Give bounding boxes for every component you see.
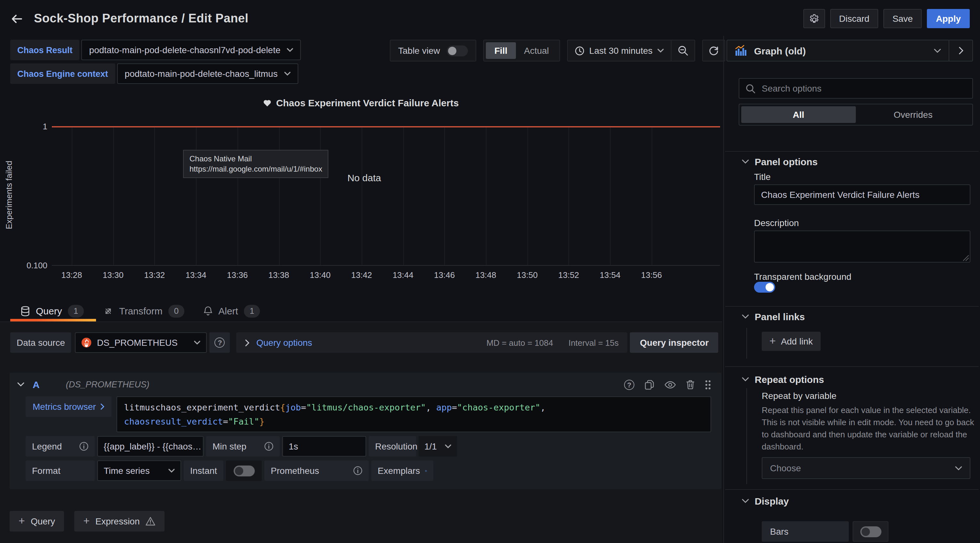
exemplars-label: Exemplars [378, 465, 420, 476]
bars-toggle-box[interactable] [853, 521, 888, 542]
variable-value-dropdown[interactable]: podtato-main-pod-delete-chaos_litmus [117, 64, 298, 84]
actual-option[interactable]: Actual [515, 42, 557, 59]
exemplars-chip[interactable]: Exemplars [371, 460, 433, 481]
query-options-bar[interactable]: Query options MD = auto = 1084 Interval … [237, 332, 628, 353]
transparent-background-switch[interactable] [754, 282, 775, 293]
apply-button[interactable]: Apply [927, 9, 970, 28]
expr-token: { [280, 402, 285, 412]
variable-value-dropdown[interactable]: podtato-main-pod-delete-chaosnl7vd-pod-d… [82, 40, 301, 60]
instant-toggle-box[interactable] [226, 460, 262, 481]
instant-switch[interactable] [233, 465, 255, 476]
variable-chaos-result: Chaos Result podtato-main-pod-delete-cha… [10, 40, 301, 60]
expr-token: = [452, 402, 457, 412]
metrics-browser-label: Metrics browser [33, 401, 96, 412]
add-expression-label: Expression [95, 516, 140, 526]
panel-title-display: Chaos Experiment Verdict Failure Alerts [0, 97, 722, 108]
panel-settings-button[interactable] [803, 9, 825, 28]
trash-icon[interactable] [686, 380, 695, 389]
info-icon [264, 442, 273, 451]
gridline [445, 126, 445, 265]
options-search[interactable] [739, 78, 973, 99]
query-help-icon[interactable]: ? [624, 379, 634, 390]
options-search-input[interactable] [760, 83, 966, 94]
tab-badge: 0 [169, 304, 185, 317]
query-inspector-button[interactable]: Query inspector [630, 332, 719, 353]
add-expression-button[interactable]: + Expression [74, 511, 164, 532]
query-options-link[interactable]: Query options [256, 338, 312, 348]
section-indent-line [746, 328, 747, 358]
gridline [237, 126, 238, 265]
tab-label: Transform [119, 306, 162, 316]
table-view-toggle[interactable]: Table view [390, 40, 477, 62]
tab-alert[interactable]: Alert 1 [204, 300, 260, 322]
panel-links-header[interactable]: Panel links [742, 311, 805, 322]
refresh-button[interactable] [703, 40, 725, 62]
repeat-variable-select[interactable]: Choose [762, 457, 970, 479]
tab-transform[interactable]: Transform 0 [103, 300, 185, 322]
repeat-variable-placeholder: Choose [770, 463, 801, 473]
options-filter-tabs: All Overrides [739, 104, 973, 126]
query-pane: Data source DS_PROMETHEUS ? Query option… [0, 322, 722, 543]
gridline [72, 126, 72, 265]
transparent-background-label: Transparent background [754, 272, 851, 282]
section-divider [725, 366, 979, 367]
repeat-options-header[interactable]: Repeat options [742, 374, 824, 385]
duplicate-icon[interactable] [644, 379, 654, 390]
add-link-button[interactable]: + Add link [762, 332, 821, 351]
instant-label-chip: Instant [184, 460, 223, 481]
collapse-options-button[interactable] [949, 40, 972, 61]
query-row-header[interactable]: A (DS_PROMETHEUS) ? [10, 373, 721, 397]
promql-expression-input[interactable]: litmuschaos_experiment_verdict{job="litm… [116, 397, 711, 432]
x-axis-tick: 13:30 [103, 270, 124, 280]
eye-icon[interactable] [664, 381, 676, 389]
transform-icon [103, 306, 113, 316]
bars-switch[interactable] [860, 526, 881, 537]
tab-all[interactable]: All [741, 106, 856, 123]
gridline [403, 126, 404, 265]
display-header[interactable]: Display [742, 495, 789, 506]
drag-handle-icon[interactable] [705, 379, 711, 390]
graph-viz-icon [735, 45, 748, 56]
table-view-switch[interactable] [447, 45, 468, 56]
tab-query[interactable]: Query 1 [21, 300, 84, 322]
resize-handle-icon[interactable] [963, 255, 969, 261]
panel-title-input[interactable] [754, 185, 970, 205]
query-datasource-hint: (DS_PROMETHEUS) [66, 380, 150, 389]
expr-line: litmuschaos_experiment_verdict{job="litm… [124, 400, 703, 414]
legend-format-input[interactable]: {{app_label}} - {{chaos… [97, 436, 204, 457]
section-divider [725, 489, 979, 490]
chevron-down-icon [194, 341, 200, 344]
time-range-button[interactable]: Last 30 minutes [568, 40, 671, 61]
expr-token: "Fail" [228, 416, 259, 427]
save-button[interactable]: Save [883, 9, 922, 28]
datasource-help-button[interactable]: ? [210, 332, 230, 353]
format-select[interactable]: Time series [97, 460, 181, 481]
graph-plot-area[interactable] [52, 126, 720, 266]
expr-token: job [285, 402, 301, 412]
gridline [320, 126, 321, 265]
datasource-picker[interactable]: DS_PROMETHEUS [75, 332, 207, 353]
add-query-button[interactable]: + Query [10, 511, 64, 532]
panel-options-header[interactable]: Panel options [742, 156, 818, 167]
zoom-out-button[interactable] [671, 40, 695, 61]
zoom-out-icon [678, 45, 689, 56]
query-options-row-1: Legend {{app_label}} - {{chaos… Min step… [25, 436, 721, 457]
panel-description-input[interactable] [754, 231, 970, 263]
refresh-icon [709, 45, 719, 56]
metrics-browser-button[interactable]: Metrics browser [25, 397, 111, 417]
resolution-select[interactable]: 1/1 [418, 436, 457, 457]
tab-overrides[interactable]: Overrides [856, 106, 970, 123]
back-icon[interactable] [10, 12, 24, 25]
y-axis-tick: 1 [9, 122, 48, 131]
display-heading: Display [755, 495, 789, 506]
annotation-tooltip: Chaos Native Mail https://mail.google.co… [183, 150, 329, 178]
fill-option[interactable]: Fill [486, 42, 515, 59]
min-step-input[interactable]: 1s [282, 436, 366, 457]
discard-button[interactable]: Discard [830, 9, 878, 28]
annotation-tooltip-url[interactable]: https://mail.google.com/mail/u/1/#inbox [189, 164, 322, 174]
plus-icon: + [83, 515, 90, 528]
time-range-label: Last 30 minutes [589, 45, 652, 56]
visualization-picker[interactable]: Graph (old) [727, 40, 973, 62]
legend-label: Legend [32, 441, 62, 451]
x-axis-tick: 13:32 [144, 270, 165, 280]
